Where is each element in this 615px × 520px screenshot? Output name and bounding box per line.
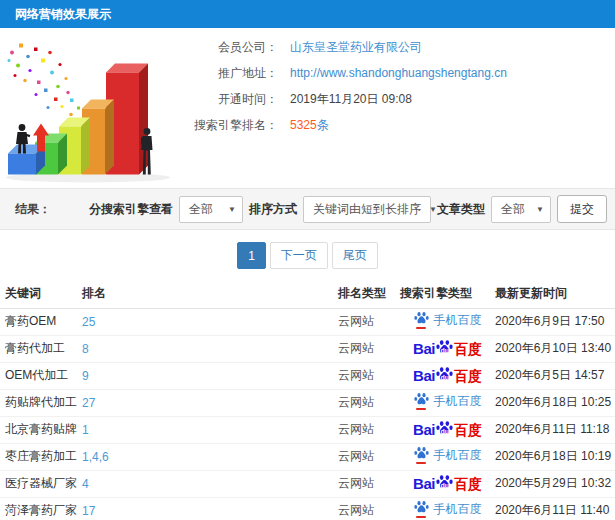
rank-cell: 1,4,6 [82,443,338,470]
keyword-cell: 医疗器械厂家 [0,470,82,497]
page-button-last[interactable]: 尾页 [332,242,378,269]
article-type-select[interactable]: 全部 ▼ [491,196,551,223]
table-row: 医疗器械厂家 4 云网站 Baidu百度 2020年5月29日 10:32 [0,470,615,497]
keyword-cell: OEM代加工 [0,362,82,389]
table-header-row: 关键词 排名 排名类型 搜索引擎类型 最新更新时间 [0,279,615,308]
rank-unit: 条 [317,118,329,132]
update-time-cell: 2020年6月18日 10:19 [495,443,615,470]
table-row: 膏药代加工 8 云网站 Baidu百度 2020年6月10日 13:40 [0,335,615,362]
baidu-logo-cn: 百度 [454,423,482,437]
table-row: 膏药OEM 25 云网站 手机百度 2020年6月9日 17:50 [0,308,615,335]
engine-filter-select[interactable]: 全部 ▼ [179,196,243,223]
rank-link[interactable]: 17 [82,504,95,518]
info-row-rank-total: 搜索引擎排名： 5325条 [190,118,507,132]
baidu-logo-cn: 百度 [454,369,482,383]
update-time-cell: 2020年6月5日 14:57 [495,362,615,389]
mobile-baidu-label: 手机百度 [434,447,482,464]
rank-type-cell: 云网站 [338,335,400,362]
header-rank: 排名 [82,279,338,308]
keyword-cell: 菏泽膏药厂家 [0,497,82,520]
chevron-down-icon: ▼ [228,205,236,214]
growth-chart-illustration [0,32,190,187]
baidu-logo-bai: Bai [413,341,435,356]
submit-button[interactable]: 提交 [557,195,607,223]
baidu-logo-du: du [440,347,449,354]
baidu-logo: Baidu百度 [413,366,482,386]
baidu-paw-icon: du [436,420,453,437]
rank-cell: 8 [82,335,338,362]
rank-count: 5325 [290,118,317,132]
rank-link[interactable]: 27 [82,396,95,410]
rank-type-cell: 云网站 [338,443,400,470]
page-button-current[interactable]: 1 [237,242,266,269]
result-label: 结果： [15,201,51,218]
rank-link[interactable]: 1 [82,423,89,437]
rank-type-cell: 云网站 [338,470,400,497]
baidu-logo-bai: Bai [413,476,435,491]
baidu-logo: Baidu百度 [413,420,482,440]
table-row: 菏泽膏药厂家 17 云网站 手机百度 2020年6月11日 11:40 [0,497,615,520]
baidu-logo-du: du [440,428,449,435]
rank-link[interactable]: 1,4,6 [82,450,109,464]
mobile-baidu-label: 手机百度 [434,312,482,329]
info-row-company: 会员公司： 山东皇圣堂药业有限公司 [190,40,507,54]
mobile-baidu-paw-icon [414,392,429,410]
keyword-cell: 北京膏药贴牌 [0,416,82,443]
bar-chart-graphic-icon [0,32,190,187]
page-button-next[interactable]: 下一页 [270,242,328,269]
keyword-cell: 枣庄膏药加工 [0,443,82,470]
keyword-cell: 膏药代加工 [0,335,82,362]
rank-total-value: 5325条 [290,118,329,132]
rank-cell: 9 [82,362,338,389]
sort-filter-value: 关键词由短到长排序 [313,201,421,218]
mobile-baidu-paw-icon [414,500,429,518]
info-rows: 会员公司： 山东皇圣堂药业有限公司 推广地址： http://www.shand… [190,28,507,188]
baidu-logo-du: du [440,374,449,381]
baidu-paw-icon: du [436,474,453,491]
rank-type-cell: 云网站 [338,362,400,389]
page-header: 网络营销效果展示 [0,0,615,28]
baidu-paw-icon: du [436,366,453,383]
open-time-value: 2019年11月20日 09:08 [290,92,412,106]
keyword-cell: 膏药OEM [0,308,82,335]
page-title: 网络营销效果展示 [15,6,111,23]
company-link[interactable]: 山东皇圣堂药业有限公司 [290,40,422,54]
table-row: 枣庄膏药加工 1,4,6 云网站 手机百度 2020年6月18日 10:19 [0,443,615,470]
rank-total-label: 搜索引擎排名： [190,118,278,132]
sort-filter-select[interactable]: 关键词由短到长排序 ▼ [303,196,431,223]
rank-cell: 17 [82,497,338,520]
rank-type-cell: 云网站 [338,389,400,416]
mobile-baidu-paw-icon [414,311,429,329]
confetti-dots [8,44,82,122]
rank-link[interactable]: 4 [82,477,89,491]
update-time-cell: 2020年6月9日 17:50 [495,308,615,335]
pagination: 1 下一页 尾页 [0,230,615,279]
table-row: 北京膏药贴牌 1 云网站 Baidu百度 2020年6月11日 11:18 [0,416,615,443]
chevron-down-icon: ▼ [536,205,544,214]
mobile-baidu-logo: 手机百度 [414,311,482,329]
rank-link[interactable]: 25 [82,315,95,329]
baidu-logo-cn: 百度 [454,477,482,491]
update-time-cell: 2020年5月29日 10:32 [495,470,615,497]
promo-url-link[interactable]: http://www.shandonghuangshengtang.cn [290,66,507,80]
update-time-cell: 2020年6月18日 10:25 [495,389,615,416]
rank-link[interactable]: 8 [82,342,89,356]
article-type-value: 全部 [501,201,525,218]
baidu-paw-icon: du [436,339,453,356]
mobile-baidu-logo: 手机百度 [414,500,482,518]
baidu-logo-bai: Bai [413,422,435,437]
table-row: OEM代加工 9 云网站 Baidu百度 2020年6月5日 14:57 [0,362,615,389]
promo-url-label: 推广地址： [190,66,278,80]
mobile-baidu-label: 手机百度 [434,393,482,410]
rank-link[interactable]: 9 [82,369,89,383]
engine-filter-value: 全部 [189,201,213,218]
keyword-cell: 药贴牌代加工 [0,389,82,416]
update-time-cell: 2020年6月11日 11:40 [495,497,615,520]
sort-filter-label: 排序方式 [249,201,297,218]
filter-bar: 结果： 分搜索引擎查看 全部 ▼ 排序方式 关键词由短到长排序 ▼ 文章类型 全… [0,188,615,230]
baidu-logo-bai: Bai [413,368,435,383]
keyword-ranking-table: 关键词 排名 排名类型 搜索引擎类型 最新更新时间 膏药OEM 25 云网站 手… [0,279,615,520]
mobile-baidu-logo: 手机百度 [414,392,482,410]
rank-type-cell: 云网站 [338,497,400,520]
open-time-label: 开通时间： [190,92,278,106]
